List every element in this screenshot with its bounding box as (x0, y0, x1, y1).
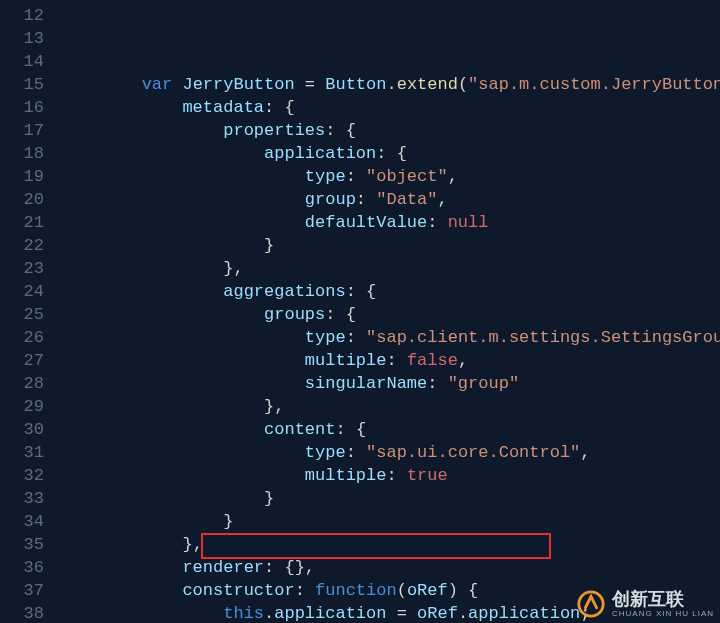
code-line[interactable]: multiple: false, (60, 349, 720, 372)
token-punc: = (386, 604, 417, 623)
token-kw: var (142, 75, 173, 94)
code-line[interactable]: defaultValue: null (60, 211, 720, 234)
watermark-text-main: 创新互联 (612, 590, 714, 608)
code-line[interactable]: }, (60, 257, 720, 280)
code-line[interactable]: application: { (60, 142, 720, 165)
token-punc: : (346, 328, 366, 347)
token-brace: { (468, 581, 478, 600)
token-prop: metadata (182, 98, 264, 117)
code-line[interactable]: }, (60, 395, 720, 418)
token-prop: application (468, 604, 580, 623)
token-prop: groups (264, 305, 325, 324)
code-line[interactable]: metadata: { (60, 96, 720, 119)
token-prop: singularName (305, 374, 427, 393)
token-punc: , (437, 190, 447, 209)
token-str: "sap.ui.core.Control" (366, 443, 580, 462)
token-punc: , (305, 558, 315, 577)
line-number: 36 (0, 556, 44, 579)
token-punc: , (580, 443, 590, 462)
watermark: 创新互联 CHUANG XIN HU LIAN (576, 589, 714, 619)
line-number: 20 (0, 188, 44, 211)
code-line[interactable]: group: "Data", (60, 188, 720, 211)
line-number: 16 (0, 96, 44, 119)
token-punc: : (356, 190, 376, 209)
token-punc: , (233, 259, 243, 278)
token-brace: { (397, 144, 407, 163)
line-number: 22 (0, 234, 44, 257)
code-line[interactable]: content: { (60, 418, 720, 441)
token-brace: { (346, 121, 356, 140)
token-punc: ( (458, 75, 468, 94)
watermark-text-sub: CHUANG XIN HU LIAN (612, 610, 714, 618)
line-number: 30 (0, 418, 44, 441)
code-line[interactable]: singularName: "group" (60, 372, 720, 395)
token-prop: properties (223, 121, 325, 140)
token-punc: : (427, 374, 447, 393)
code-line[interactable]: properties: { (60, 119, 720, 142)
token-punc (172, 75, 182, 94)
token-prop: defaultValue (305, 213, 427, 232)
token-punc: : (325, 121, 345, 140)
token-prop: type (305, 443, 346, 462)
token-str: "sap.client.m.settings.SettingsGroup" (366, 328, 720, 347)
token-bool: true (407, 466, 448, 485)
token-kw: function (315, 581, 397, 600)
token-brace: } (223, 259, 233, 278)
code-line[interactable]: type: "sap.client.m.settings.SettingsGro… (60, 326, 720, 349)
code-line[interactable]: groups: { (60, 303, 720, 326)
token-punc: : (376, 144, 396, 163)
code-editor[interactable]: 1213141516171819202122232425262728293031… (0, 0, 720, 623)
line-number: 28 (0, 372, 44, 395)
line-number: 26 (0, 326, 44, 349)
token-prop: multiple (305, 466, 387, 485)
token-punc: : (346, 167, 366, 186)
token-brace: { (356, 420, 366, 439)
line-number: 35 (0, 533, 44, 556)
token-prop: group (305, 190, 356, 209)
line-number: 31 (0, 441, 44, 464)
token-brace: { (366, 282, 376, 301)
token-punc: , (448, 167, 458, 186)
token-prop: type (305, 328, 346, 347)
token-punc: ( (397, 581, 407, 600)
line-number: 38 (0, 602, 44, 623)
token-punc: , (458, 351, 468, 370)
watermark-logo-icon (576, 589, 606, 619)
token-punc: : (427, 213, 447, 232)
token-str: "sap.m.custom.JerryButton" (468, 75, 720, 94)
line-number-gutter: 1213141516171819202122232425262728293031… (0, 0, 60, 623)
token-brace: } (223, 512, 233, 531)
token-brace: { (346, 305, 356, 324)
token-punc: : (325, 305, 345, 324)
token-punc: . (264, 604, 274, 623)
token-prop: type (305, 167, 346, 186)
line-number: 34 (0, 510, 44, 533)
code-line[interactable]: } (60, 510, 720, 533)
token-prop: constructor (182, 581, 294, 600)
token-punc: : (386, 466, 406, 485)
line-number: 21 (0, 211, 44, 234)
code-line[interactable]: } (60, 487, 720, 510)
code-line[interactable]: renderer: {}, (60, 556, 720, 579)
token-punc: : (264, 558, 284, 577)
token-str: "Data" (376, 190, 437, 209)
line-number: 17 (0, 119, 44, 142)
code-line[interactable]: }, (60, 533, 720, 556)
line-number: 29 (0, 395, 44, 418)
token-var: oRef (417, 604, 458, 623)
token-brace: { (284, 98, 294, 117)
token-punc: ) (448, 581, 468, 600)
token-func: extend (397, 75, 458, 94)
code-line[interactable]: type: "object", (60, 165, 720, 188)
line-number: 23 (0, 257, 44, 280)
line-number: 18 (0, 142, 44, 165)
code-line[interactable]: type: "sap.ui.core.Control", (60, 441, 720, 464)
code-line[interactable]: multiple: true (60, 464, 720, 487)
code-line[interactable]: var JerryButton = Button.extend("sap.m.c… (60, 73, 720, 96)
token-brace: {} (284, 558, 304, 577)
code-line[interactable]: } (60, 234, 720, 257)
token-str: "object" (366, 167, 448, 186)
code-line[interactable]: aggregations: { (60, 280, 720, 303)
token-var: JerryButton (182, 75, 294, 94)
code-area[interactable]: var JerryButton = Button.extend("sap.m.c… (60, 0, 720, 623)
